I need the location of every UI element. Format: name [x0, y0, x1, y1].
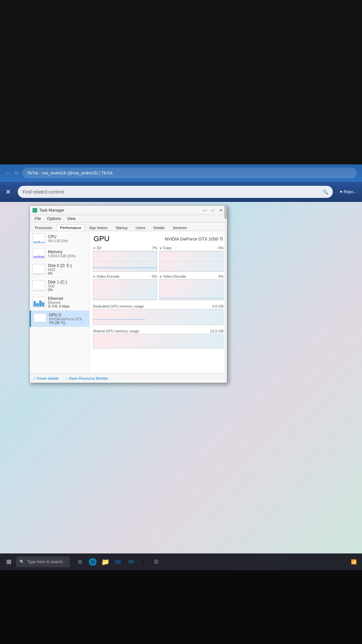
cpu-info: CPU 4% 0.95 GHz [48, 234, 86, 243]
gridline [93, 271, 157, 271]
sidebar-item-disk1[interactable]: Disk 1 (C:) SSD 0% [30, 278, 89, 294]
sidebar-item-cpu[interactable]: CPU 4% 0.95 GHz [30, 231, 89, 246]
title-left: Task Manager [33, 208, 64, 213]
tab-processes[interactable]: Processes [31, 224, 56, 231]
disk0-info: Disk 0 (D: E:) HDD 0% [48, 263, 86, 275]
taskbar-search-box[interactable]: 🔍 Type here to search [16, 556, 70, 567]
sidebar-item-disk0[interactable]: Disk 0 (D: E:) HDD 0% [30, 261, 89, 278]
taskview-button[interactable]: ⧉ [74, 556, 86, 568]
sidebar-item-memory[interactable]: Memory 5.9/24.0 GB (25%) [30, 246, 89, 261]
taskbar-search-text: Type here to search [27, 559, 63, 564]
resource-monitor-text: Open Resource Monitor [69, 376, 108, 380]
edge-icon[interactable]: 🌐 [86, 556, 99, 568]
gpu-encode-decode-row: ∨ Video Encode 0% ∨ Video Decode 3% [93, 274, 224, 300]
tab-services[interactable]: Services [169, 224, 190, 231]
explorer-icon[interactable]: 📁 [99, 556, 111, 568]
gpu-val: 7% (38 °C) [49, 321, 86, 325]
address-bar[interactable]: TikTok - vsa_andrei16 (@vsa_andrei16) | … [22, 168, 357, 178]
tab-startup[interactable]: Startup [112, 224, 131, 231]
bar [38, 256, 40, 258]
back-button[interactable]: ← [5, 170, 11, 177]
gridline [93, 280, 157, 280]
gridline [160, 300, 223, 300]
bar [37, 322, 39, 323]
menu-options[interactable]: Options [44, 216, 63, 222]
ethernet-mini-graph [33, 297, 45, 308]
fewer-details-icon: ○ [33, 376, 36, 380]
gpu-3d-section: ∨ 3D 7% [93, 246, 157, 272]
close-icon[interactable]: ✕ [5, 188, 11, 196]
sidebar-item-ethernet[interactable]: Ethernet Ethernet S: 0 R: 0 Kbps [30, 294, 89, 311]
decode-value: 3% [218, 274, 224, 279]
disk0-mini-graph [33, 264, 45, 275]
window-title: Task Manager [39, 208, 64, 213]
bottom-dark-area [0, 570, 362, 644]
tiktok-icon[interactable]: ♪ [137, 556, 149, 568]
tab-app-history[interactable]: App history [85, 224, 111, 231]
gridline [93, 300, 157, 300]
ethernet-info: Ethernet Ethernet S: 0 R: 0 Kbps [48, 296, 86, 308]
gridline [160, 271, 223, 271]
bar [34, 256, 36, 258]
refresh-button[interactable]: ↻ [15, 170, 19, 176]
decode-label-row: ∨ Video Decode 3% [159, 274, 224, 279]
bar [41, 322, 43, 323]
grid [160, 280, 223, 300]
bar [40, 273, 42, 274]
gpu-top-graphs: ∨ 3D 7% ∨ Copy [93, 246, 224, 272]
mail-icon[interactable]: ✉ [125, 556, 137, 568]
tab-users[interactable]: Users [132, 224, 149, 231]
start-button[interactable]: ⊞ [3, 556, 15, 568]
menubar: File Options View [30, 215, 227, 222]
disk1-val: 0% [48, 288, 86, 292]
gridline [160, 251, 223, 252]
tab-performance[interactable]: Performance [56, 224, 85, 231]
ethernet-sub: Ethernet [48, 301, 86, 305]
open-resource-monitor-link[interactable]: ○ Open Resource Monitor [65, 376, 108, 380]
fewer-details-link[interactable]: ○ Fewer details [33, 376, 59, 380]
bar [40, 256, 42, 258]
disk1-info: Disk 1 (C:) SSD 0% [48, 280, 86, 292]
bar [43, 322, 45, 323]
menu-file[interactable]: File [32, 216, 44, 222]
app7-icon[interactable]: ⚙ [150, 556, 162, 568]
gridline [93, 251, 157, 252]
copy-label-row: ∨ Copy 0% [159, 246, 224, 250]
menu-view[interactable]: View [64, 216, 78, 222]
search-icon: 🔍 [19, 559, 24, 564]
encode-label-row: ∨ Video Encode 0% [93, 274, 157, 279]
tm-footer: ○ Fewer details ○ Open Resource Monitor [30, 373, 227, 383]
browser-chrome: ← ↻ TikTok - vsa_andrei16 (@vsa_andrei16… [0, 164, 362, 182]
fewer-details-text: Fewer details [37, 376, 59, 380]
bar [35, 322, 37, 323]
disk1-mini-graph [33, 280, 45, 291]
bar [36, 290, 38, 290]
report-text: ⚑ Repo... [340, 190, 357, 194]
tiktok-search-bar[interactable]: Find related content 🔍 [18, 186, 333, 198]
dedicated-trace [93, 319, 145, 320]
resource-monitor-icon: ○ [65, 376, 68, 380]
scrollbar-track[interactable] [224, 231, 227, 373]
cpu-label: CPU [48, 234, 86, 239]
disk1-label: Disk 1 (C:) [48, 280, 86, 284]
maximize-button[interactable]: □ [209, 207, 216, 214]
close-button[interactable]: ✕ [218, 207, 224, 214]
3d-label-row: ∨ 3D 7% [93, 246, 157, 250]
cpu-mini-graph [33, 233, 45, 244]
tab-details[interactable]: Details [150, 224, 169, 231]
task-manager-icon [33, 208, 37, 213]
wifi-icon[interactable]: 📶 [351, 559, 357, 565]
bar [36, 242, 38, 243]
sidebar-item-gpu[interactable]: GPU 0 NVIDIA GeForce GTX... 7% (38 °C) [30, 311, 89, 327]
gpu-sub: NVIDIA GeForce GTX... [49, 317, 86, 321]
minimize-button[interactable]: — [201, 207, 208, 214]
dark-background [0, 0, 362, 164]
search-icon[interactable]: 🔍 [322, 189, 328, 195]
store-icon[interactable]: 🛍 [112, 556, 124, 568]
bar [42, 256, 44, 258]
encode-label: ∨ Video Encode [93, 274, 119, 279]
bar [34, 273, 36, 274]
dedicated-graph [93, 309, 224, 325]
memory-mini-graph [33, 248, 45, 259]
gpu-card-name: NVIDIA GeForce GTX 1050 Ti [165, 236, 223, 241]
